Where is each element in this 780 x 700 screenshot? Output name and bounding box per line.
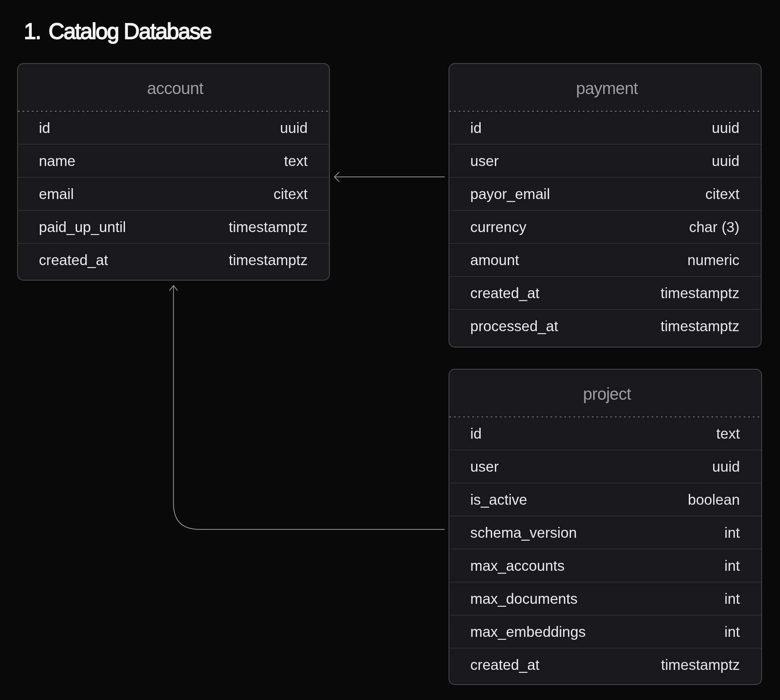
svg-text:char (3): char (3) xyxy=(689,219,739,235)
svg-text:user: user xyxy=(470,458,499,475)
svg-text:processed_at: processed_at xyxy=(470,318,558,334)
svg-text:is_active: is_active xyxy=(470,491,527,508)
svg-text:email: email xyxy=(39,186,74,202)
svg-text:text: text xyxy=(716,425,740,442)
svg-text:paid_up_until: paid_up_until xyxy=(39,219,126,235)
svg-text:int: int xyxy=(724,524,740,541)
svg-text:id: id xyxy=(39,120,50,136)
svg-text:int: int xyxy=(724,557,740,574)
svg-text:payor_email: payor_email xyxy=(470,186,550,202)
svg-text:int: int xyxy=(724,590,740,607)
svg-text:id: id xyxy=(470,425,482,442)
svg-text:user: user xyxy=(470,153,499,169)
svg-text:text: text xyxy=(284,153,308,169)
svg-text:citext: citext xyxy=(273,186,308,202)
svg-text:Catalog Database: Catalog Database xyxy=(48,19,212,43)
svg-text:timestamptz: timestamptz xyxy=(660,285,739,301)
svg-text:amount: amount xyxy=(470,252,519,268)
svg-text:schema_version: schema_version xyxy=(470,524,577,541)
svg-text:boolean: boolean xyxy=(688,491,740,508)
svg-text:created_at: created_at xyxy=(470,657,540,673)
svg-text:uuid: uuid xyxy=(712,458,740,475)
svg-text:max_accounts: max_accounts xyxy=(470,557,565,574)
svg-text:name: name xyxy=(39,153,76,169)
svg-text:currency: currency xyxy=(470,219,527,235)
svg-text:uuid: uuid xyxy=(712,153,739,169)
svg-text:created_at: created_at xyxy=(39,252,108,268)
svg-text:created_at: created_at xyxy=(470,285,540,301)
svg-text:int: int xyxy=(724,623,740,640)
svg-text:max_embeddings: max_embeddings xyxy=(470,623,586,640)
svg-text:account: account xyxy=(147,79,204,97)
svg-text:max_documents: max_documents xyxy=(470,590,578,607)
svg-text:id: id xyxy=(470,120,482,136)
svg-text:uuid: uuid xyxy=(712,120,739,136)
svg-text:timestamptz: timestamptz xyxy=(661,657,740,673)
svg-text:1.: 1. xyxy=(24,19,41,43)
svg-text:timestamptz: timestamptz xyxy=(660,318,739,334)
svg-text:project: project xyxy=(583,385,631,403)
svg-text:timestamptz: timestamptz xyxy=(229,252,308,268)
svg-text:citext: citext xyxy=(705,186,739,202)
svg-text:payment: payment xyxy=(576,79,638,97)
svg-text:uuid: uuid xyxy=(280,120,308,136)
svg-text:timestamptz: timestamptz xyxy=(229,219,308,235)
svg-text:numeric: numeric xyxy=(688,252,739,268)
